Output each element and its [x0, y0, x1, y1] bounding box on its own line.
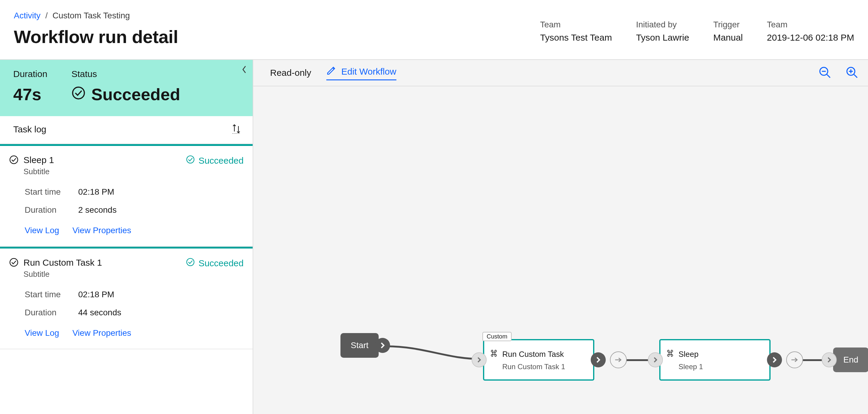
run-status-block: Duration 47s Status Succeeded: [0, 60, 253, 116]
checkmark-outline-icon: [71, 85, 86, 104]
view-log-link[interactable]: View Log: [25, 328, 59, 338]
task-status-text: Succeeded: [198, 155, 244, 166]
node-output-port[interactable]: [591, 352, 606, 367]
page-header: Activity / Custom Task Testing Workflow …: [0, 0, 868, 60]
svg-point-5: [187, 259, 194, 266]
node-input-port[interactable]: [472, 352, 487, 367]
sort-toggle-button[interactable]: [229, 122, 244, 137]
edit-icon: [326, 65, 337, 78]
svg-point-4: [10, 259, 18, 266]
duration-value: 2 seconds: [78, 205, 244, 215]
start-node-label: Start: [340, 333, 379, 358]
svg-point-2: [10, 156, 18, 164]
start-time-label: Start time: [25, 187, 70, 197]
meta-team: Team Tysons Test Team: [540, 20, 612, 43]
zoom-out-button[interactable]: [817, 65, 833, 81]
node-input-port[interactable]: [648, 352, 663, 367]
zoom-in-button[interactable]: [844, 65, 860, 81]
meta-label: Initiated by: [636, 20, 689, 29]
task-list: Sleep 1 Subtitle Succeeded Start time 02: [0, 144, 253, 414]
node-connector-icon: [610, 351, 627, 368]
command-icon: [666, 349, 674, 359]
task-status: Succeeded: [186, 258, 244, 269]
meta-trigger: Trigger Manual: [713, 20, 743, 43]
canvas-area: Read-only Edit Workflow: [253, 60, 868, 414]
meta-label: Trigger: [713, 20, 743, 29]
task-node-subtitle: Sleep 1: [679, 362, 762, 371]
task-title: Sleep 1: [24, 155, 181, 165]
duration-label: Duration: [25, 308, 70, 318]
task-status-text: Succeeded: [198, 258, 244, 268]
task-status: Succeeded: [186, 155, 244, 166]
status-label: Status: [71, 69, 180, 79]
task-node-subtitle: Run Custom Task 1: [502, 362, 586, 371]
view-properties-link[interactable]: View Properties: [72, 226, 131, 235]
edit-workflow-link[interactable]: Edit Workflow: [326, 65, 396, 80]
custom-tag: Custom: [483, 332, 512, 341]
canvas-toolbar: Read-only Edit Workflow: [253, 60, 868, 86]
svg-point-3: [187, 156, 194, 163]
meta-label: Team: [767, 20, 854, 29]
meta-value: Manual: [713, 32, 743, 43]
meta-label: Team: [540, 20, 612, 29]
command-icon: [490, 349, 498, 359]
meta-initiated-by: Initiated by Tyson Lawrie: [636, 20, 689, 43]
start-node[interactable]: Start: [340, 333, 390, 358]
view-properties-link[interactable]: View Properties: [72, 328, 131, 338]
breadcrumb: Activity / Custom Task Testing: [14, 11, 540, 21]
start-time-label: Start time: [25, 290, 70, 299]
readonly-label: Read-only: [270, 68, 311, 78]
meta-value: Tyson Lawrie: [636, 32, 689, 43]
breadcrumb-separator: /: [45, 11, 48, 21]
breadcrumb-current: Custom Task Testing: [52, 11, 130, 21]
workflow-canvas[interactable]: Start Custom: [253, 86, 868, 414]
breadcrumb-root-link[interactable]: Activity: [14, 11, 40, 21]
start-time-value: 02:18 PM: [78, 290, 244, 299]
task-subtitle: Subtitle: [24, 167, 181, 176]
task-item: Run Custom Task 1 Subtitle Succeeded Sta…: [0, 247, 253, 349]
end-node[interactable]: End: [822, 348, 868, 372]
page-title: Workflow run detail: [14, 27, 540, 47]
checkmark-outline-icon: [9, 155, 19, 167]
duration-label: Duration: [13, 69, 47, 79]
task-subtitle: Subtitle: [24, 270, 181, 279]
duration-value: 44 seconds: [78, 308, 244, 318]
checkmark-outline-icon: [186, 258, 195, 269]
sort-icon: [231, 123, 242, 134]
duration-label: Duration: [25, 205, 70, 215]
svg-point-0: [73, 87, 85, 99]
node-connector-icon: [786, 351, 803, 368]
zoom-in-icon: [846, 66, 858, 79]
node-output-port[interactable]: [375, 338, 390, 353]
meta-value: Tysons Test Team: [540, 32, 612, 43]
task-log-header: Task log: [0, 116, 253, 144]
collapse-sidebar-icon[interactable]: [241, 65, 247, 76]
svg-line-7: [827, 74, 830, 78]
node-output-port[interactable]: [767, 352, 782, 367]
status-value: Succeeded: [71, 85, 180, 104]
meta-group: Team Tysons Test Team Initiated by Tyson…: [540, 11, 854, 43]
checkmark-outline-icon: [9, 258, 19, 269]
zoom-out-icon: [819, 66, 831, 79]
task-log-title: Task log: [13, 124, 46, 135]
workflow-edge: [387, 342, 480, 366]
meta-value: 2019-12-06 02:18 PM: [767, 32, 854, 43]
edit-workflow-label: Edit Workflow: [341, 66, 396, 77]
view-log-link[interactable]: View Log: [25, 226, 59, 235]
meta-timestamp: Team 2019-12-06 02:18 PM: [767, 20, 854, 43]
task-item: Sleep 1 Subtitle Succeeded Start time 02: [0, 144, 253, 247]
task-node-title: Run Custom Task: [502, 350, 564, 359]
duration-value: 47s: [13, 85, 47, 104]
end-node-label: End: [833, 348, 868, 372]
svg-line-10: [854, 74, 858, 78]
node-input-port[interactable]: [822, 352, 837, 367]
workflow-task-node[interactable]: Sleep Sleep 1: [648, 339, 803, 381]
workflow-task-node[interactable]: Custom Run Custom Task Run Custom Task 1: [472, 339, 627, 381]
start-time-value: 02:18 PM: [78, 187, 244, 197]
task-title: Run Custom Task 1: [24, 258, 181, 268]
task-node-title: Sleep: [679, 350, 699, 359]
checkmark-outline-icon: [186, 155, 195, 166]
sidebar: Duration 47s Status Succeeded: [0, 60, 253, 414]
